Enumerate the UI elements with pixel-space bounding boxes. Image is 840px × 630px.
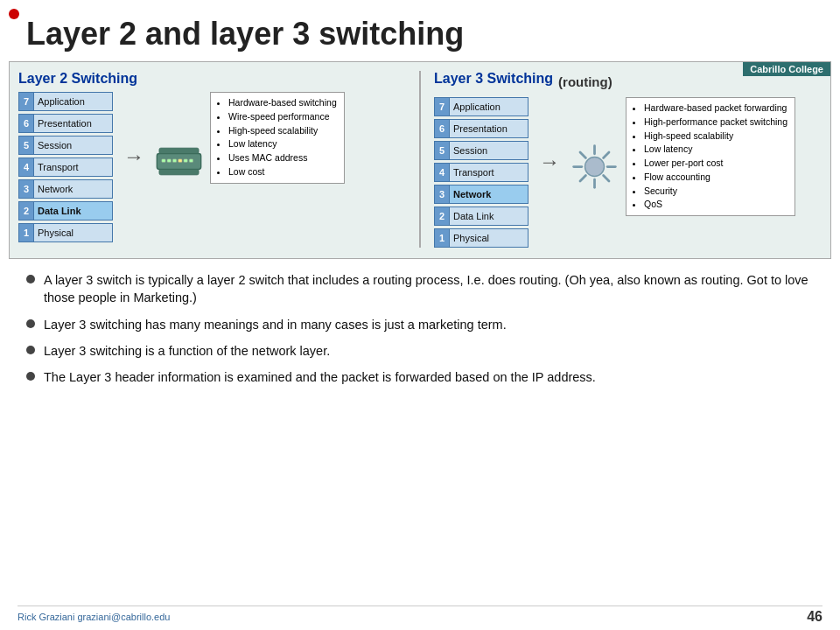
- l3-features: Hardware-based packet forwarding High-pe…: [626, 97, 795, 216]
- list-item: Hardware-based packet forwarding: [644, 102, 788, 116]
- layer-num: 7: [434, 97, 450, 116]
- slide: Layer 2 and layer 3 switching Cabrillo C…: [0, 0, 840, 630]
- layer-num: 2: [18, 201, 34, 220]
- list-item: Low latency: [644, 143, 788, 157]
- list-item: Low cost: [228, 165, 337, 179]
- list-item: Hardware-based switching: [228, 96, 337, 110]
- svg-line-16: [580, 176, 585, 181]
- bullet-text: Layer 3 switching is a function of the n…: [44, 342, 814, 360]
- panel-divider: [419, 71, 421, 248]
- svg-line-14: [580, 152, 585, 158]
- svg-rect-1: [159, 148, 199, 153]
- layer-name: Session: [450, 141, 528, 160]
- layer-name: Presentation: [34, 114, 113, 133]
- router-device: [570, 143, 619, 191]
- list-item: Lower per-port cost: [644, 157, 788, 171]
- red-dot: [9, 9, 19, 19]
- layer-name: Application: [34, 92, 113, 111]
- l2-feature-list: Hardware-based switching Wire-speed perf…: [218, 96, 337, 179]
- layer-name: Transport: [34, 158, 113, 177]
- diagram-section: Cabrillo College Layer 2 Switching 7 App…: [9, 61, 831, 259]
- bullet-item: Layer 3 switching is a function of the n…: [26, 342, 814, 360]
- bullet-text: A layer 3 switch is typically a layer 2 …: [44, 271, 814, 307]
- layer-row: 3 Network: [18, 179, 113, 199]
- layer-num: 3: [434, 185, 450, 204]
- layer-num: 7: [18, 92, 34, 111]
- bullet-item: Layer 3 switching has many meanings and …: [26, 316, 814, 333]
- layer-num: 6: [18, 114, 34, 133]
- layer-name: Physical: [450, 228, 528, 248]
- layer2-title: Layer 2 Switching: [18, 71, 406, 87]
- bullet-text: The Layer 3 header information is examin…: [44, 368, 814, 386]
- svg-rect-7: [184, 159, 188, 163]
- l2-features: Hardware-based switching Wire-speed perf…: [210, 92, 345, 184]
- svg-rect-6: [178, 159, 183, 163]
- layer-row: 1 Physical: [18, 223, 113, 242]
- layer-row: 2 Data Link: [18, 201, 113, 220]
- layer-num: 4: [18, 158, 34, 177]
- list-item: High-speed scalability: [644, 130, 788, 144]
- bullet-text: Layer 3 switching has many meanings and …: [44, 316, 814, 333]
- bullet-item: The Layer 3 header information is examin…: [26, 368, 814, 386]
- layer-row: 2 Data Link: [434, 206, 528, 226]
- layer-row: 4 Transport: [18, 158, 113, 177]
- svg-line-17: [604, 176, 609, 181]
- layer3-title: Layer 3 Switching: [434, 71, 553, 87]
- bullet-item: A layer 3 switch is typically a layer 2 …: [26, 271, 814, 307]
- layer-row: 5 Session: [434, 141, 528, 160]
- list-item: Low latency: [228, 137, 337, 151]
- layer-row: 6 Presentation: [434, 119, 528, 138]
- layer-row: 1 Physical: [434, 228, 528, 248]
- layer-num: 2: [434, 206, 450, 226]
- arrow-icon: →: [539, 150, 560, 174]
- svg-point-9: [585, 158, 605, 177]
- svg-rect-8: [189, 159, 193, 163]
- l3-arrow: →: [536, 150, 564, 174]
- layer2-body: 7 Application 6 Presentation 5 Session: [18, 92, 406, 242]
- bullet-dot: [26, 275, 35, 284]
- layer-row: 5 Session: [18, 136, 113, 155]
- l3-feature-list: Hardware-based packet forwarding High-pe…: [634, 102, 788, 212]
- layer3-title-row: Layer 3 Switching (routing): [434, 71, 822, 92]
- footer-right: 46: [807, 609, 822, 625]
- list-item: Flow accounting: [644, 171, 788, 185]
- switch-icon: [155, 142, 203, 181]
- layer-name: Data Link: [450, 206, 528, 226]
- layer-name: Network: [34, 179, 113, 199]
- switch-device: [155, 137, 203, 186]
- layer-name: Presentation: [450, 119, 528, 138]
- layer-num: 5: [434, 141, 450, 160]
- layer-row: 3 Network: [434, 185, 528, 204]
- layer-num: 6: [434, 119, 450, 138]
- list-item: Uses MAC address: [228, 151, 337, 165]
- bullet-dot: [26, 372, 35, 381]
- arrow-icon: →: [123, 144, 144, 169]
- l2-arrow: →: [120, 144, 148, 169]
- layer3-panel: Layer 3 Switching (routing) 7 Applicatio…: [434, 71, 822, 248]
- layer-row: 4 Transport: [434, 163, 528, 182]
- layer-row: 6 Presentation: [18, 114, 113, 133]
- svg-rect-4: [167, 159, 172, 163]
- layer-row: 7 Application: [434, 97, 528, 116]
- layer3-stack: 7 Application 6 Presentation 5 Session: [434, 97, 528, 248]
- bullet-dot: [26, 346, 35, 354]
- bullet-dot: [26, 319, 35, 328]
- layer3-body: 7 Application 6 Presentation 5 Session: [434, 97, 822, 248]
- layer-num: 1: [18, 223, 34, 242]
- routing-label: (routing): [558, 74, 612, 89]
- list-item: Security: [644, 185, 788, 199]
- footer: Rick Graziani graziani@cabrillo.edu 46: [18, 606, 822, 625]
- svg-rect-5: [172, 159, 177, 163]
- list-item: QoS: [644, 198, 788, 212]
- layer-name: Physical: [34, 223, 113, 242]
- layer-num: 1: [434, 228, 450, 248]
- layer2-panel: Layer 2 Switching 7 Application 6 Presen…: [18, 71, 406, 248]
- list-item: Wire-speed performance: [228, 110, 337, 124]
- layer-row: 7 Application: [18, 92, 113, 111]
- svg-rect-3: [162, 159, 166, 163]
- svg-rect-2: [159, 170, 199, 175]
- layer-num: 4: [434, 163, 450, 182]
- router-icon: [570, 143, 619, 191]
- list-item: High-performance packet switching: [644, 116, 788, 130]
- list-item: High-speed scalability: [228, 124, 337, 138]
